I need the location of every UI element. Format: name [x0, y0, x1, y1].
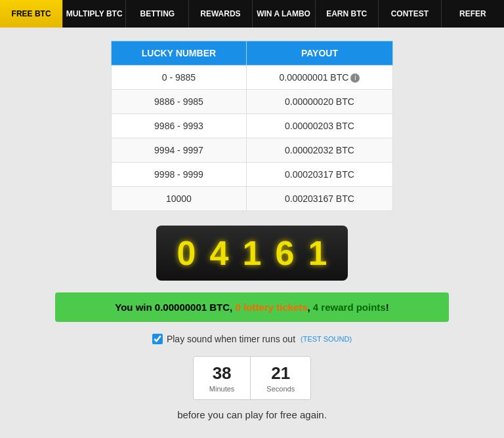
payout-cell: 0.00000001 BTCi	[246, 66, 392, 90]
payout-table: LUCKY NUMBER PAYOUT 0 - 98850.00000001 B…	[111, 41, 393, 211]
info-icon[interactable]: i	[350, 73, 360, 83]
digit-3: 6	[273, 233, 297, 273]
range-cell: 0 - 9885	[112, 66, 247, 90]
win-separator2: ,	[308, 302, 313, 313]
range-cell: 9986 - 9993	[112, 114, 247, 138]
win-banner: You win 0.00000001 BTC, 0 lottery ticket…	[55, 292, 449, 322]
win-reward: 4 reward points	[313, 302, 386, 313]
bottom-text: before you can play for free again.	[177, 409, 327, 420]
sound-checkbox[interactable]	[152, 334, 163, 344]
payout-cell: 0.00020317 BTC	[246, 163, 392, 187]
table-row: 9998 - 99990.00020317 BTC	[112, 163, 393, 187]
test-sound-link[interactable]: (TEST SOUND)	[301, 335, 352, 343]
table-row: 0 - 98850.00000001 BTCi	[112, 66, 393, 90]
lucky-number-display: 0 4 1 6 1	[156, 226, 348, 281]
sound-row: Play sound when timer runs out (TEST SOU…	[152, 334, 352, 344]
payout-cell: 0.00002032 BTC	[246, 138, 392, 163]
nav-item-earn-btc[interactable]: EARN BTC	[316, 0, 379, 28]
minutes-label: Minutes	[209, 385, 235, 393]
table-row: 9986 - 99930.00000203 BTC	[112, 114, 393, 138]
win-btc: 0.00000001 BTC	[155, 302, 230, 313]
seconds-value: 21	[271, 363, 290, 384]
range-cell: 9998 - 9999	[112, 163, 247, 187]
nav-item-contest[interactable]: CONTEST	[379, 0, 442, 28]
range-cell: 10000	[112, 187, 247, 211]
sound-label: Play sound when timer runs out	[167, 334, 295, 344]
col-payout: PAYOUT	[246, 41, 392, 66]
digit-0: 0	[175, 233, 198, 273]
win-exclaim: !	[386, 302, 389, 313]
win-prefix: You win 0.00000001 BTC,	[115, 302, 235, 313]
nav-item-win-a-lambo[interactable]: WIN A LAMBO	[253, 0, 316, 28]
main-content: LUCKY NUMBER PAYOUT 0 - 98850.00000001 B…	[0, 28, 504, 433]
minutes-value: 38	[213, 363, 232, 384]
range-cell: 9886 - 9985	[112, 90, 247, 114]
table-row: 9994 - 99970.00002032 BTC	[112, 138, 393, 163]
table-row: 9886 - 99850.00000020 BTC	[112, 90, 393, 114]
seconds-label: Seconds	[266, 385, 295, 393]
table-row: 100000.00203167 BTC	[112, 187, 393, 211]
seconds-cell: 21 Seconds	[251, 357, 310, 399]
win-lottery: 0 lottery tickets	[235, 302, 307, 313]
col-lucky-number: LUCKY NUMBER	[112, 41, 247, 66]
range-cell: 9994 - 9997	[112, 138, 247, 163]
payout-cell: 0.00000203 BTC	[246, 114, 392, 138]
nav-item-refer[interactable]: REFER	[442, 0, 504, 28]
digit-2: 1	[240, 233, 264, 273]
minutes-cell: 38 Minutes	[194, 357, 251, 399]
digit-4: 1	[306, 233, 329, 273]
payout-cell: 0.00203167 BTC	[246, 187, 392, 211]
nav-item-rewards[interactable]: REWARDS	[189, 0, 252, 28]
nav-item-betting[interactable]: BETTING	[126, 0, 189, 28]
nav-item-free-btc[interactable]: FREE BTC	[0, 0, 63, 28]
nav-item-multiply-btc[interactable]: MULTIPLY BTC	[63, 0, 126, 28]
digit-1: 4	[207, 233, 231, 273]
timer-box: 38 Minutes 21 Seconds	[193, 356, 311, 400]
navigation: FREE BTCMULTIPLY BTCBETTINGREWARDSWIN A …	[0, 0, 504, 28]
payout-cell: 0.00000020 BTC	[246, 90, 392, 114]
